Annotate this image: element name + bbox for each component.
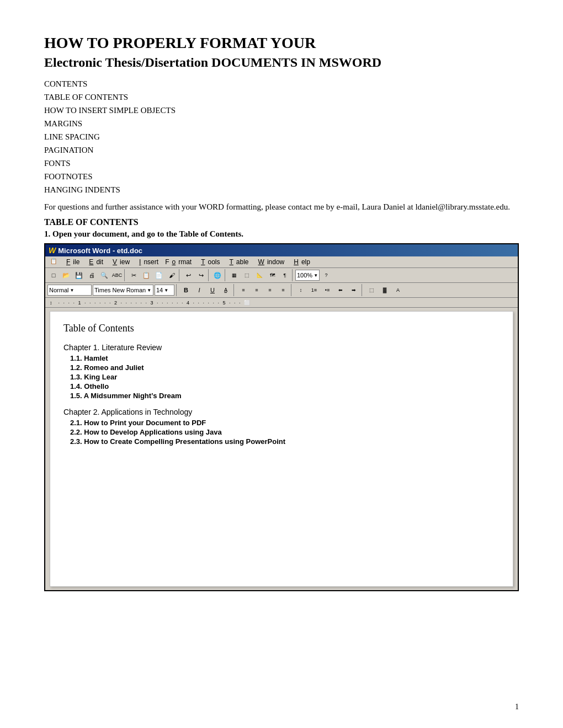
menu-icon: 📋	[47, 258, 60, 266]
tb-drawing-btn[interactable]: 📐	[253, 269, 265, 281]
tb-sep-3	[208, 269, 210, 281]
fmt-sep-2	[233, 284, 236, 296]
tb-help-btn[interactable]: ?	[320, 269, 332, 281]
doc-toc-heading: Table of Contents	[63, 323, 500, 334]
word-title: Microsoft Word - etd.doc	[58, 247, 142, 255]
menu-table[interactable]: Table	[224, 258, 252, 266]
tb-sep-5	[292, 269, 294, 281]
bullets-button[interactable]: •≡	[321, 284, 333, 296]
tb-table-btn[interactable]: ▦	[228, 269, 240, 281]
fmt-sep-3	[291, 284, 293, 296]
tb-open-btn[interactable]: 📂	[60, 269, 72, 281]
align-center-button[interactable]: ≡	[251, 284, 263, 296]
tb-cut-btn[interactable]: ✂	[128, 269, 140, 281]
tb-sep-2	[179, 269, 181, 281]
align-left-button[interactable]: ≡	[237, 284, 249, 296]
bold-button[interactable]: B	[180, 284, 192, 296]
toc-item-margins: MARGINS	[44, 117, 519, 130]
tb-new-btn[interactable]: □	[47, 269, 60, 281]
border-button[interactable]: ⬚	[365, 284, 378, 296]
tb-paste-btn[interactable]: 📄	[153, 269, 165, 281]
tb-spell-btn[interactable]: ABC	[111, 269, 123, 281]
numbering-button[interactable]: 1≡	[308, 284, 320, 296]
section-heading-toc: TABLE OF CONTENTS	[44, 217, 519, 227]
doc-item-2-3: 2.3. How to Create Compelling Presentati…	[70, 437, 500, 446]
tb-zoom-dropdown[interactable]: 100% ▼	[295, 270, 320, 281]
tb-copy-btn[interactable]: 📋	[140, 269, 152, 281]
font-value: Times New Roman	[94, 287, 146, 293]
font-color2-button[interactable]: A	[392, 284, 404, 296]
toc-item-objects: HOW TO INSERT SIMPLE OBJECTS	[44, 104, 519, 117]
menu-edit[interactable]: Edit	[83, 258, 106, 266]
tb-columns-btn[interactable]: ⬚	[241, 269, 253, 281]
style-value: Normal	[49, 287, 68, 293]
font-dropdown[interactable]: Times New Roman ▼	[93, 285, 153, 296]
tb-print-btn[interactable]: 🖨	[86, 269, 98, 281]
menu-window[interactable]: Window	[253, 258, 288, 266]
tb-preview-btn[interactable]: 🔍	[98, 269, 110, 281]
page-title-main: HOW TO PROPERLY FORMAT YOUR	[44, 33, 519, 53]
style-arrow: ▼	[70, 288, 74, 293]
toc-item-fonts: FONTS	[44, 157, 519, 170]
word-toolbar-1: □ 📂 💾 🖨 🔍 ABC ✂ 📋 📄 🖌 ↩ ↪ 🌐 ▦ ⬚ 📐 🗺 ¶ 10…	[45, 268, 518, 283]
doc-item-1-1: 1.1. Hamlet	[70, 354, 500, 362]
menu-tools[interactable]: Tools	[195, 258, 222, 266]
menu-help[interactable]: Help	[288, 258, 313, 266]
fmt-sep-4	[362, 284, 364, 296]
doc-item-1-5: 1.5. A Midsummer Night’s Dream	[70, 392, 500, 400]
contact-line: For questions and further assistance wit…	[44, 201, 519, 213]
doc-item-1-2: 1.2. Romeo and Juliet	[70, 363, 500, 372]
doc-item-1-3: 1.3. King Lear	[70, 373, 500, 381]
toc-item-pagination: PAGINATION	[44, 143, 519, 157]
word-formatting-bar: Normal ▼ Times New Roman ▼ 14 ▼ B I U A̲…	[45, 283, 518, 298]
fontsize-dropdown[interactable]: 14 ▼	[155, 285, 174, 296]
tb-sep-4	[225, 269, 227, 281]
increase-indent-button[interactable]: ➡	[348, 284, 360, 296]
tb-show-hide-btn[interactable]: ¶	[279, 269, 291, 281]
tb-save-btn[interactable]: 💾	[73, 269, 85, 281]
decrease-indent-button[interactable]: ⬅	[334, 284, 347, 296]
line-spacing-button[interactable]: ↕	[295, 284, 307, 296]
highlight-button[interactable]: ▓	[379, 284, 391, 296]
word-titlebar: W Microsoft Word - etd.doc	[45, 244, 518, 256]
word-menubar[interactable]: 📋 File Edit View Insert Format Tools Tab…	[45, 256, 518, 268]
doc-item-2-1: 2.1. How to Print your Document to PDF	[70, 419, 500, 427]
align-justify-button[interactable]: ≡	[277, 284, 289, 296]
menu-insert[interactable]: Insert	[134, 258, 161, 266]
doc-chapter1-items: 1.1. Hamlet 1.2. Romeo and Juliet 1.3. K…	[63, 354, 500, 400]
style-dropdown[interactable]: Normal ▼	[47, 285, 92, 296]
align-right-button[interactable]: ≡	[264, 284, 276, 296]
tb-hyperlink-btn[interactable]: 🌐	[211, 269, 224, 281]
tb-docmap-btn[interactable]: 🗺	[266, 269, 278, 281]
toc-item-hanging: HANGING INDENTS	[44, 183, 519, 196]
doc-chapter2-heading: Chapter 2. Applications in Technology	[63, 408, 500, 416]
fontsize-value: 14	[156, 287, 163, 293]
doc-chapter2: Chapter 2. Applications in Technology 2.…	[63, 408, 500, 446]
font-color-button[interactable]: A̲	[220, 284, 232, 296]
doc-item-2-2: 2.2. How to Develop Applications using J…	[70, 428, 500, 436]
doc-item-1-4: 1.4. Othello	[70, 382, 500, 390]
font-arrow: ▼	[147, 288, 151, 293]
word-document-area: Table of Contents Chapter 1. Literature …	[50, 311, 513, 587]
ruler-content: ↕ · · · · 1 · · · · · · 2 · · · · · · 3 …	[50, 300, 251, 306]
italic-button[interactable]: I	[193, 284, 205, 296]
menu-view[interactable]: View	[107, 258, 132, 266]
ruler-bar: ↕ · · · · 1 · · · · · · 2 · · · · · · 3 …	[45, 298, 518, 308]
tb-undo-btn[interactable]: ↩	[182, 269, 194, 281]
tb-sep-1	[124, 269, 126, 281]
toc-list: CONTENTS TABLE OF CONTENTS HOW TO INSERT…	[44, 77, 519, 196]
step-heading: 1. Open your document, and go to the Tab…	[44, 229, 519, 239]
fontsize-arrow: ▼	[164, 288, 168, 293]
toc-item-toc: TABLE OF CONTENTS	[44, 90, 519, 104]
page-title-sub: Electronic Thesis/Disertation DOCUMENTS …	[44, 54, 519, 71]
tb-zoom-value: 100%	[297, 272, 312, 279]
underline-button[interactable]: U	[206, 284, 219, 296]
tb-format-painter-btn[interactable]: 🖌	[166, 269, 178, 281]
menu-file[interactable]: File	[61, 258, 82, 266]
menu-format[interactable]: Format	[162, 258, 194, 266]
tb-redo-btn[interactable]: ↪	[195, 269, 207, 281]
word-window: W Microsoft Word - etd.doc 📋 File Edit V…	[44, 243, 519, 591]
word-icon: W	[49, 246, 56, 255]
toc-item-contents: CONTENTS	[44, 77, 519, 90]
tb-zoom-arrow: ▼	[314, 273, 318, 278]
